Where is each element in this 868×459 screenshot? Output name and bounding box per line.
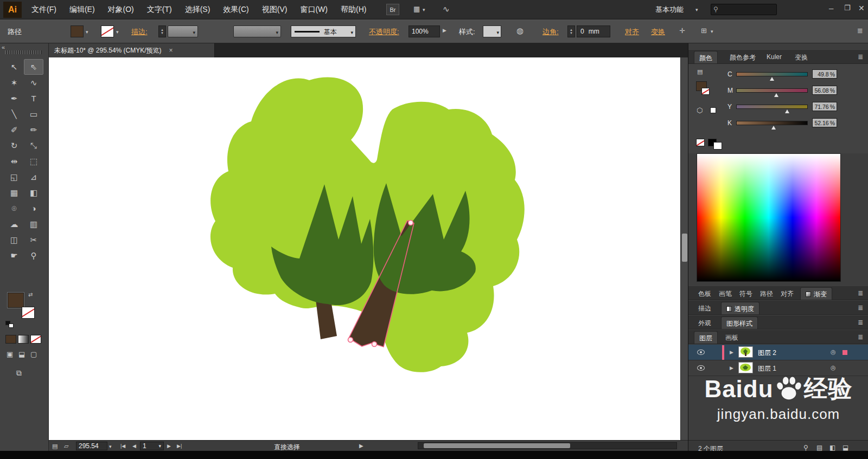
- zoom-caret-icon[interactable]: ▾: [109, 444, 112, 449]
- visibility-eye-icon[interactable]: [697, 350, 705, 355]
- opacity-menu-icon[interactable]: ▶: [443, 28, 446, 33]
- visibility-eye-icon[interactable]: [697, 365, 705, 371]
- layers-strip-menu-icon[interactable]: ≣: [858, 333, 863, 341]
- bridge-button[interactable]: Br: [386, 4, 399, 15]
- pen-tool[interactable]: ✒: [4, 90, 24, 106]
- cube-icon[interactable]: ⬡: [697, 106, 703, 114]
- menu-file[interactable]: 文件(F): [31, 5, 56, 15]
- tab-stroke[interactable]: 描边: [698, 304, 711, 313]
- first-artboard-icon[interactable]: |◀: [120, 443, 125, 449]
- share-icon[interactable]: ∿: [443, 4, 450, 14]
- menu-effect[interactable]: 效果(C): [223, 5, 248, 15]
- hand-tool[interactable]: ☛: [4, 248, 24, 263]
- align-link[interactable]: 对齐: [625, 27, 639, 37]
- channel-y-slider[interactable]: [736, 105, 808, 109]
- appearance-strip-menu-icon[interactable]: ≣: [858, 319, 863, 326]
- channel-k-slider-thumb[interactable]: [771, 126, 776, 130]
- mixer-white-chip[interactable]: [710, 107, 716, 113]
- menu-type[interactable]: 文字(T): [147, 5, 172, 15]
- width-tool[interactable]: ⇹: [4, 153, 24, 169]
- tab-align[interactable]: 对齐: [781, 289, 794, 299]
- column-graph-tool[interactable]: ▥: [24, 216, 43, 232]
- corner-field[interactable]: 0 mm: [577, 25, 610, 37]
- collapse-panel-icon[interactable]: «: [2, 44, 5, 50]
- minimize-button[interactable]: –: [829, 3, 833, 12]
- channel-m-value[interactable]: 56.08 %: [812, 86, 837, 95]
- tab-color[interactable]: 颜色: [694, 51, 718, 63]
- direct-selection-tool[interactable]: ⇖: [24, 59, 43, 75]
- anchor-point[interactable]: [348, 338, 353, 342]
- prev-artboard-icon[interactable]: ◀: [132, 443, 136, 449]
- artboard-tool[interactable]: ◫: [4, 232, 24, 248]
- channel-c-value[interactable]: 49.8 %: [812, 69, 837, 79]
- tab-artboards[interactable]: 画板: [725, 333, 738, 342]
- status-expand-icon[interactable]: ▶: [359, 443, 363, 449]
- paintbrush-tool[interactable]: ✐: [4, 122, 24, 138]
- restore-button[interactable]: ❐: [844, 4, 851, 12]
- perspective-grid-tool[interactable]: ⊿: [24, 169, 43, 185]
- artboard-field[interactable]: 1 ▾: [140, 442, 164, 450]
- scale-tool[interactable]: ⤡: [24, 138, 43, 153]
- layer-thumbnail[interactable]: [738, 362, 753, 373]
- stroke-color-swatch[interactable]: [101, 25, 114, 37]
- next-artboard-icon[interactable]: ▶: [167, 443, 171, 449]
- corner-stepper[interactable]: ▲ ▼: [567, 25, 575, 37]
- layer-thumbnail[interactable]: [738, 346, 753, 358]
- channel-m-slider[interactable]: [736, 88, 808, 93]
- tab-close-icon[interactable]: ×: [169, 47, 173, 54]
- corner-link[interactable]: 边角:: [542, 27, 559, 37]
- channel-k-slider[interactable]: [736, 121, 808, 125]
- symbol-sprayer-tool[interactable]: ☁: [4, 216, 24, 232]
- free-transform-tool[interactable]: ⬚: [24, 153, 43, 169]
- shape-builder-tool[interactable]: ◱: [4, 169, 24, 185]
- tab-appearance[interactable]: 外观: [698, 319, 711, 328]
- stroke-profile-dropdown[interactable]: ▾: [233, 25, 281, 37]
- controlbar-menu-icon[interactable]: ≣: [857, 27, 863, 35]
- artboard-caret-icon[interactable]: ▾: [158, 443, 161, 449]
- color-mode-button[interactable]: [5, 335, 16, 344]
- channel-c-slider[interactable]: [736, 72, 808, 76]
- channel-y-value[interactable]: 71.76 %: [812, 102, 837, 111]
- locate-object-icon[interactable]: ⚲: [803, 444, 808, 451]
- tab-transparency[interactable]: 透明度: [721, 302, 760, 314]
- type-tool[interactable]: T: [24, 90, 43, 106]
- vertical-scrollbar-thumb[interactable]: [682, 234, 687, 262]
- stroke-weight-link[interactable]: 描边:: [131, 27, 148, 37]
- zoom-tool[interactable]: ⚲: [24, 248, 43, 263]
- white-swatch[interactable]: [713, 142, 722, 150]
- horizontal-scrollbar[interactable]: [418, 442, 677, 449]
- style-dropdown[interactable]: ▾: [483, 25, 501, 37]
- tab-transform[interactable]: 变换: [795, 53, 808, 62]
- gradient-mode-button[interactable]: [18, 335, 29, 344]
- lasso-tool[interactable]: ∿: [24, 75, 43, 90]
- status-page-icon[interactable]: ▱: [64, 443, 68, 450]
- status-grid-icon[interactable]: ▤: [52, 443, 58, 450]
- last-artboard-icon[interactable]: ▶|: [177, 443, 182, 449]
- new-layer-icon[interactable]: ◧: [829, 444, 835, 451]
- menu-view[interactable]: 视图(V): [262, 5, 288, 15]
- stroke-proxy-swatch[interactable]: [22, 307, 35, 319]
- isolate-icon[interactable]: ⊞: [701, 27, 707, 35]
- stroke-caret-icon[interactable]: ▾: [116, 29, 119, 35]
- fill-caret-icon[interactable]: ▾: [86, 29, 88, 35]
- stepper-down-icon[interactable]: ▼: [161, 31, 164, 35]
- selection-tool[interactable]: ↖: [4, 59, 24, 75]
- layer-name[interactable]: 图层 1: [758, 364, 776, 373]
- brush-definition-dropdown[interactable]: 基本 ▾: [291, 25, 356, 37]
- channel-c-slider-thumb[interactable]: [770, 77, 774, 81]
- recolor-artwork-icon[interactable]: ◍: [516, 26, 524, 36]
- toolbar-grip[interactable]: [5, 50, 42, 54]
- rotate-tool[interactable]: ↻: [4, 138, 24, 153]
- layer-expand-icon[interactable]: ▶: [730, 350, 733, 355]
- tab-paths[interactable]: 路径: [760, 289, 773, 299]
- menu-edit[interactable]: 编辑(E): [69, 5, 95, 15]
- arrange-documents-caret-icon[interactable]: ▾: [423, 7, 425, 12]
- stepper-down-icon[interactable]: ▼: [570, 31, 573, 35]
- tab-symbols[interactable]: 符号: [739, 289, 752, 299]
- tab-graphic-styles[interactable]: 图形样式: [721, 316, 758, 329]
- tab-brushes[interactable]: 画笔: [719, 289, 732, 299]
- anchor-point[interactable]: [372, 342, 377, 347]
- arrange-documents-icon[interactable]: ▦: [413, 5, 420, 13]
- stroke-weight-stepper[interactable]: ▲ ▼: [158, 25, 166, 37]
- blend-tool[interactable]: ◑: [24, 201, 43, 216]
